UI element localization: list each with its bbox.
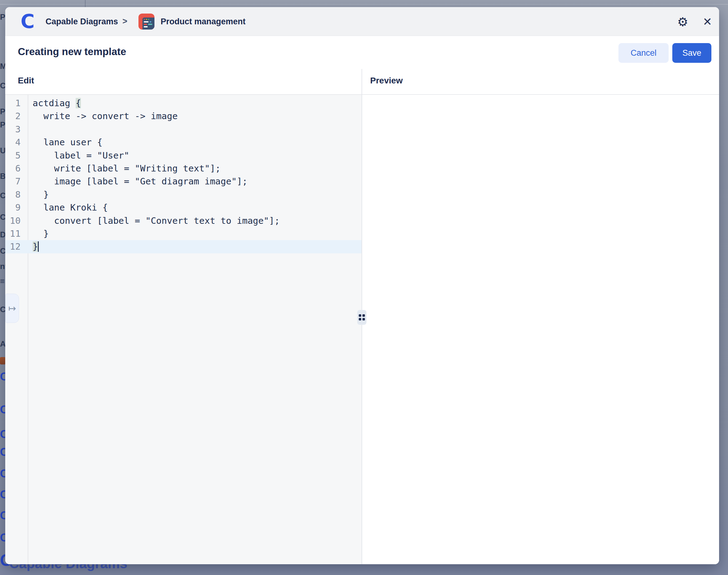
code-lines: 1actdiag {2 write -> convert -> image34 … [5,97,361,253]
backdrop-divider-vertical [85,0,85,7]
backdrop-sidebar-item: Ul [0,146,5,155]
line-number: 9 [5,201,21,214]
page-document-icon [138,13,154,30]
code-line: 12} [5,240,361,253]
backdrop-sidebar-item: Pr [0,107,5,116]
modal-header: C Capable Diagrams > Product management … [5,7,719,36]
preview-panel: User Kroki Writing text Convert text to … [362,95,719,564]
cancel-button[interactable]: Cancel [619,43,669,63]
code-line: 8 } [5,188,361,201]
line-number: 7 [5,175,21,188]
code-text: } [28,188,48,201]
code-line: 3 [5,123,361,136]
backdrop-sidebar-item: Pr [0,12,5,22]
line-number: 11 [5,227,21,240]
panel-resize-handle[interactable] [357,310,367,325]
code-line: 4 lane user { [5,136,361,149]
line-number: 10 [5,214,21,227]
code-text: convert [label = "Convert text to image"… [28,214,280,227]
code-text: actdiag { [28,97,81,110]
code-text: } [28,240,39,253]
backdrop-sidebar-item: By [0,171,5,181]
code-line: 2 write -> convert -> image [5,110,361,123]
code-line: 1actdiag { [5,97,361,110]
line-number: 4 [5,136,21,149]
text-cursor [38,241,39,252]
line-number: 12 [5,240,21,253]
code-line: 7 image [label = "Get diagram image"]; [5,175,361,188]
settings-gear-icon[interactable]: ⚙ [675,14,690,29]
code-text: write -> convert -> image [28,110,177,123]
code-line: 11 } [5,227,361,240]
save-button[interactable]: Save [672,43,712,63]
backdrop-sidebar-item: Ca [0,191,5,200]
line-number: 5 [5,149,21,162]
code-text: write [label = "Writing text"]; [28,162,220,175]
backdrop-sidebar-item: ≡ [0,276,5,286]
screen: PrMClPrPrUlByCaCaDuClnt≡CrAPCCCCCCCC C C… [0,0,728,575]
backdrop-sidebar-item: nt [0,262,5,271]
code-text: label = "User" [28,149,129,162]
line-number: 8 [5,188,21,201]
code-line: 9 lane Kroki { [5,201,361,214]
capable-diagrams-logo-icon: C [21,9,35,34]
code-line: 5 label = "User" [5,149,361,162]
code-editor[interactable]: 1actdiag {2 write -> convert -> image34 … [5,95,361,564]
line-number: 3 [5,123,21,136]
modal-title: Creating new template [18,46,126,58]
backdrop-sidebar-item: Cr [0,305,5,314]
backdrop-divider [0,4,728,5]
expand-sidebar-button[interactable]: ↦ [5,294,19,323]
breadcrumb-app-link[interactable]: Capable Diagrams [45,7,118,36]
edit-panel-label: Edit [18,76,34,86]
backdrop-sidebar-item: M [0,62,5,71]
line-number: 2 [5,110,21,123]
code-text: lane user { [28,136,102,149]
template-editor-modal: C Capable Diagrams > Product management … [5,7,719,564]
code-text: } [28,227,48,240]
line-number: 1 [5,97,21,110]
code-text: image [label = "Get diagram image"]; [28,175,247,188]
backdrop-orange-icon [0,357,5,365]
breadcrumb-page-name: Product management [161,7,246,36]
code-line: 10 convert [label = "Convert text to ima… [5,214,361,227]
backdrop-sidebar-item: Cl [0,81,5,90]
backdrop-sidebar-item: Cl [0,246,5,256]
breadcrumb-chevron-icon: > [123,7,127,36]
backdrop-sidebar-item: Du [0,230,5,239]
code-line: 6 write [label = "Writing text"]; [5,162,361,175]
backdrop-sidebar-item: Pr [0,120,5,129]
backdrop-sidebar-item: Ca [0,212,5,222]
line-number: 6 [5,162,21,175]
modal-titlebar: Creating new template Cancel Save [5,36,719,69]
close-icon[interactable]: ✕ [700,14,715,29]
backdrop-sidebar-item: AP [0,339,5,348]
panel-headers: Edit Preview [5,69,719,94]
code-text: lane Kroki { [28,201,108,214]
preview-panel-label: Preview [370,76,403,86]
